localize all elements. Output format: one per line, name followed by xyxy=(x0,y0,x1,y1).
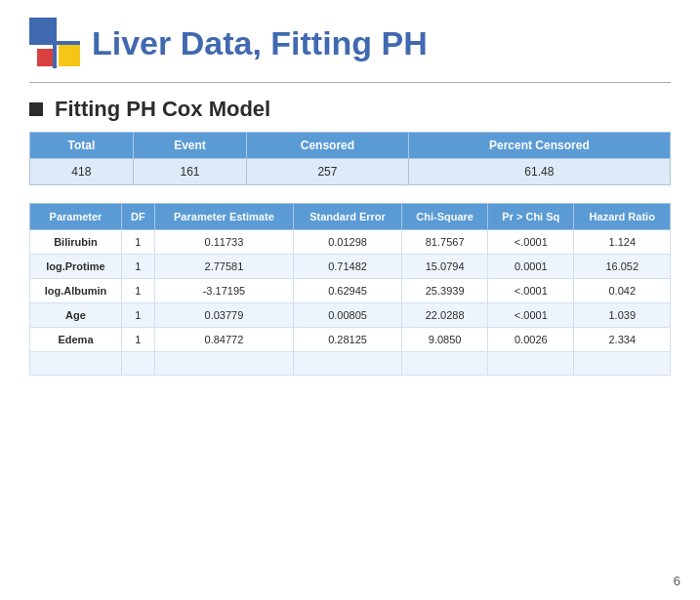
empty-cell-5 xyxy=(402,352,488,376)
hr-edema: 2.334 xyxy=(574,328,671,352)
col-header-pr-chi-sq: Pr > Chi Sq xyxy=(488,204,574,230)
est-logprotime: 2.77581 xyxy=(154,255,293,279)
table-row: Edema 1 0.84772 0.28125 9.0850 0.0026 2.… xyxy=(30,328,671,352)
table-row-empty xyxy=(30,352,671,376)
hr-bilirubin: 1.124 xyxy=(574,230,671,255)
se-logprotime: 0.71482 xyxy=(293,255,401,279)
pr-logprotime: 0.0001 xyxy=(488,255,574,279)
page-title: Liver Data, Fitting PH xyxy=(92,24,428,62)
summary-event: 161 xyxy=(133,159,246,185)
param-age: Age xyxy=(30,303,122,328)
table-row: log.Protime 1 2.77581 0.71482 15.0794 0.… xyxy=(30,255,671,279)
param-bilirubin: Bilirubin xyxy=(30,230,122,255)
summary-total: 418 xyxy=(30,159,134,185)
pr-age: <.0001 xyxy=(488,303,574,328)
table-row: Bilirubin 1 0.11733 0.01298 81.7567 <.00… xyxy=(30,230,671,255)
table-row: Age 1 0.03779 0.00805 22.0288 <.0001 1.0… xyxy=(30,303,671,328)
empty-cell-7 xyxy=(574,352,671,376)
summary-header-percent-censored: Percent Censored xyxy=(408,133,670,159)
df-age: 1 xyxy=(121,303,154,328)
section-title-container: Fitting PH Cox Model xyxy=(0,91,700,132)
pr-logalbumin: <.0001 xyxy=(488,279,574,303)
col-header-chi-square: Chi-Square xyxy=(402,204,488,230)
col-header-estimate: Parameter Estimate xyxy=(154,204,293,230)
summary-table: Total Event Censored Percent Censored 41… xyxy=(29,132,671,185)
header: Liver Data, Fitting PH xyxy=(0,0,700,78)
est-bilirubin: 0.11733 xyxy=(154,230,293,255)
header-divider xyxy=(29,82,671,83)
chi-age: 22.0288 xyxy=(402,303,488,328)
se-age: 0.00805 xyxy=(293,303,401,328)
est-age: 0.03779 xyxy=(154,303,293,328)
pr-edema: 0.0026 xyxy=(488,328,574,352)
section-title: Fitting PH Cox Model xyxy=(55,97,270,122)
content-area: Total Event Censored Percent Censored 41… xyxy=(0,132,700,376)
df-logalbumin: 1 xyxy=(121,279,154,303)
param-edema: Edema xyxy=(30,328,122,352)
chi-edema: 9.0850 xyxy=(402,328,488,352)
chi-logprotime: 15.0794 xyxy=(402,255,488,279)
bullet-icon xyxy=(29,102,43,116)
logo-line-horizontal xyxy=(29,41,80,45)
summary-header-event: Event xyxy=(133,133,246,159)
col-header-std-error: Standard Error xyxy=(293,204,401,230)
hr-logprotime: 16.052 xyxy=(574,255,671,279)
est-edema: 0.84772 xyxy=(154,328,293,352)
empty-cell-2 xyxy=(121,352,154,376)
data-table: Parameter DF Parameter Estimate Standard… xyxy=(29,203,671,376)
summary-data-row: 418 161 257 61.48 xyxy=(30,159,671,185)
se-edema: 0.28125 xyxy=(293,328,401,352)
se-logalbumin: 0.62945 xyxy=(293,279,401,303)
empty-cell-1 xyxy=(30,352,122,376)
chi-logalbumin: 25.3939 xyxy=(402,279,488,303)
param-logprotime: log.Protime xyxy=(30,255,122,279)
col-header-parameter: Parameter xyxy=(30,204,122,230)
df-bilirubin: 1 xyxy=(121,230,154,255)
pr-bilirubin: <.0001 xyxy=(488,230,574,255)
logo xyxy=(29,18,80,68)
page-number: 6 xyxy=(674,574,680,588)
summary-header-total: Total xyxy=(30,133,134,159)
summary-header-censored: Censored xyxy=(247,133,409,159)
empty-cell-6 xyxy=(488,352,574,376)
logo-yellow-square xyxy=(59,45,80,66)
summary-percent-censored: 61.48 xyxy=(408,159,670,185)
hr-age: 1.039 xyxy=(574,303,671,328)
empty-cell-3 xyxy=(154,352,293,376)
chi-bilirubin: 81.7567 xyxy=(402,230,488,255)
empty-cell-4 xyxy=(293,352,401,376)
summary-censored: 257 xyxy=(247,159,409,185)
param-logalbumin: log.Albumin xyxy=(30,279,122,303)
col-header-df: DF xyxy=(121,204,154,230)
df-logprotime: 1 xyxy=(121,255,154,279)
df-edema: 1 xyxy=(121,328,154,352)
est-logalbumin: -3.17195 xyxy=(154,279,293,303)
table-row: log.Albumin 1 -3.17195 0.62945 25.3939 <… xyxy=(30,279,671,303)
col-header-hazard-ratio: Hazard Ratio xyxy=(574,204,671,230)
hr-logalbumin: 0.042 xyxy=(574,279,671,303)
se-bilirubin: 0.01298 xyxy=(293,230,401,255)
